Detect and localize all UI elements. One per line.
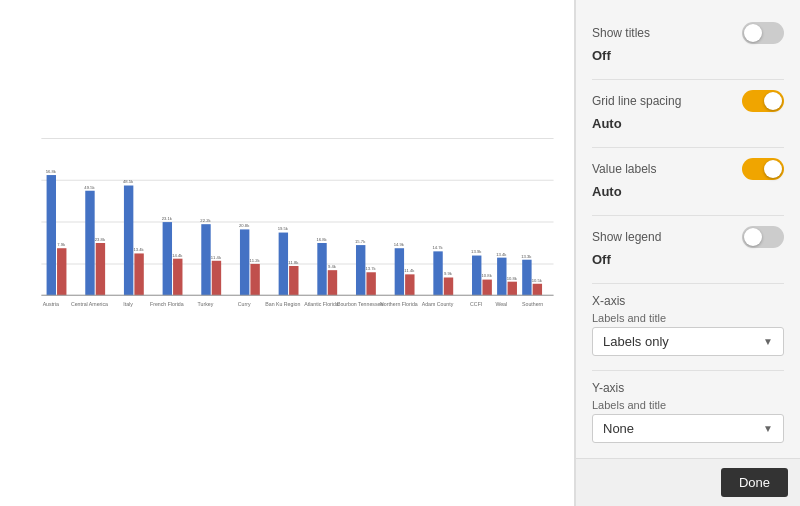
svg-text:13.3k: 13.3k [521, 254, 532, 259]
svg-rect-10 [96, 243, 105, 295]
svg-text:11.8k: 11.8k [288, 260, 299, 265]
svg-text:Bourbon Tennessee: Bourbon Tennessee [337, 301, 383, 307]
svg-text:56.8k: 56.8k [46, 169, 57, 174]
svg-rect-42 [405, 274, 414, 295]
grid-line-track[interactable] [742, 90, 784, 112]
svg-text:Weal: Weal [495, 301, 507, 307]
svg-rect-30 [289, 266, 298, 295]
x-axis-section: X-axis Labels and title Labels only ▼ [592, 294, 784, 371]
svg-text:15.7k: 15.7k [355, 239, 366, 244]
svg-text:Turkey: Turkey [198, 301, 214, 307]
x-axis-dropdown[interactable]: Labels only ▼ [592, 327, 784, 356]
grid-line-toggle[interactable] [742, 90, 784, 112]
y-axis-title: Y-axis [592, 381, 784, 395]
show-legend-section: Show legend Off [592, 226, 784, 284]
svg-rect-41 [395, 248, 404, 295]
svg-text:23.8k: 23.8k [95, 237, 106, 242]
done-button[interactable]: Done [721, 468, 788, 497]
grid-line-value: Auto [592, 116, 784, 131]
chart-panel: 56.8k 7.9k 49.5k 23.8k 48.5k 13.4k 23.1k… [0, 0, 575, 506]
y-axis-dropdown[interactable]: None ▼ [592, 414, 784, 443]
value-labels-label: Value labels [592, 162, 657, 176]
svg-text:9.4k: 9.4k [328, 264, 337, 269]
svg-text:10.5k: 10.5k [532, 278, 543, 283]
svg-text:Curry: Curry [238, 301, 251, 307]
show-legend-row: Show legend [592, 226, 784, 248]
value-labels-toggle[interactable] [742, 158, 784, 180]
show-legend-toggle[interactable] [742, 226, 784, 248]
y-axis-selected-value: None [603, 421, 634, 436]
show-titles-track[interactable] [742, 22, 784, 44]
y-axis-section: Y-axis Labels and title None ▼ [592, 381, 784, 457]
svg-rect-49 [472, 256, 481, 296]
svg-text:10.8k: 10.8k [482, 273, 493, 278]
y-axis-dropdown-wrapper: Labels and title None ▼ [592, 399, 784, 443]
value-labels-section: Value labels Auto [592, 158, 784, 216]
show-titles-thumb [744, 24, 762, 42]
svg-rect-5 [47, 175, 56, 295]
svg-rect-6 [57, 248, 66, 295]
svg-text:48.5k: 48.5k [123, 179, 134, 184]
svg-text:Austria: Austria [43, 301, 59, 307]
svg-text:20.8k: 20.8k [239, 223, 250, 228]
svg-rect-46 [444, 277, 453, 295]
svg-text:14.9k: 14.9k [394, 242, 405, 247]
settings-content: Show titles Off Grid line spacing Aut [576, 0, 800, 458]
svg-rect-33 [317, 243, 326, 295]
svg-rect-58 [533, 284, 542, 295]
svg-text:14.4k: 14.4k [172, 253, 183, 258]
done-bar: Done [576, 458, 800, 506]
x-axis-title: X-axis [592, 294, 784, 308]
value-labels-thumb [764, 160, 782, 178]
svg-text:Adam County: Adam County [422, 301, 454, 307]
show-legend-label: Show legend [592, 230, 661, 244]
show-titles-toggle[interactable] [742, 22, 784, 44]
svg-rect-57 [522, 260, 531, 296]
svg-text:Central America: Central America [71, 301, 108, 307]
show-titles-row: Show titles [592, 22, 784, 44]
grid-line-thumb [764, 92, 782, 110]
svg-rect-9 [85, 191, 94, 296]
svg-text:13.7k: 13.7k [366, 266, 377, 271]
chart-container: 56.8k 7.9k 49.5k 23.8k 48.5k 13.4k 23.1k… [10, 20, 564, 466]
y-axis-dropdown-label: Labels and title [592, 399, 784, 411]
svg-text:CCFI: CCFI [470, 301, 482, 307]
svg-text:11.4k: 11.4k [211, 255, 222, 260]
svg-rect-53 [497, 258, 506, 296]
svg-text:11.4k: 11.4k [404, 268, 415, 273]
svg-text:9.9k: 9.9k [444, 271, 453, 276]
svg-text:22.2k: 22.2k [200, 218, 211, 223]
svg-text:13.9k: 13.9k [471, 249, 482, 254]
x-axis-dropdown-label: Labels and title [592, 312, 784, 324]
svg-rect-37 [356, 245, 365, 295]
svg-rect-18 [173, 259, 182, 296]
show-legend-value: Off [592, 252, 784, 267]
svg-rect-29 [279, 233, 288, 296]
show-titles-value: Off [592, 48, 784, 63]
show-titles-section: Show titles Off [592, 22, 784, 80]
svg-text:14.7k: 14.7k [432, 245, 443, 250]
svg-rect-34 [328, 270, 337, 295]
svg-text:Ban Ku Region: Ban Ku Region [265, 301, 300, 307]
show-legend-thumb [744, 228, 762, 246]
svg-text:Southern: Southern [522, 301, 543, 307]
value-labels-track[interactable] [742, 158, 784, 180]
show-legend-track[interactable] [742, 226, 784, 248]
svg-text:11.2k: 11.2k [249, 258, 260, 263]
y-axis-chevron-icon: ▼ [763, 423, 773, 434]
svg-rect-45 [433, 251, 442, 295]
svg-rect-13 [124, 186, 133, 296]
value-labels-row: Value labels [592, 158, 784, 180]
svg-rect-26 [250, 264, 259, 295]
x-axis-chevron-icon: ▼ [763, 336, 773, 347]
svg-rect-54 [508, 282, 517, 296]
svg-text:Italy: Italy [123, 301, 133, 307]
svg-text:13.4k: 13.4k [496, 252, 507, 257]
x-axis-dropdown-wrapper: Labels and title Labels only ▼ [592, 312, 784, 356]
svg-rect-14 [134, 253, 143, 295]
svg-text:19.5k: 19.5k [278, 226, 289, 231]
svg-rect-50 [482, 280, 491, 296]
svg-text:10.8k: 10.8k [507, 276, 518, 281]
x-axis-selected-value: Labels only [603, 334, 669, 349]
svg-rect-17 [163, 222, 172, 295]
